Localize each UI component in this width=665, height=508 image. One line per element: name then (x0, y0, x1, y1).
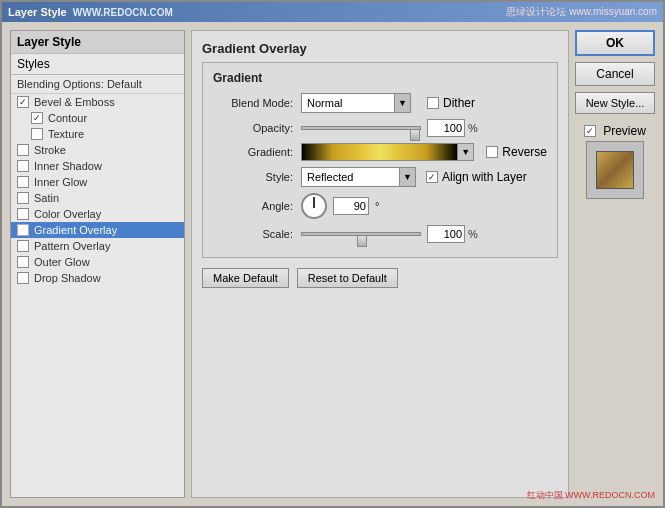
scale-unit: % (468, 228, 478, 240)
checkbox-bevel-emboss[interactable] (17, 96, 29, 108)
sidebar-item-contour[interactable]: Contour (11, 110, 184, 126)
angle-row: Angle: ° (213, 193, 547, 219)
opacity-slider-thumb[interactable] (410, 129, 420, 141)
sidebar-item-stroke[interactable]: Stroke (11, 142, 184, 158)
style-label: Style: (213, 171, 293, 183)
checkbox-texture[interactable] (31, 128, 43, 140)
scale-row: Scale: % (213, 225, 547, 243)
left-panel: Layer Style Styles Blending Options: Def… (10, 30, 185, 498)
opacity-slider-track (301, 126, 421, 130)
dither-checkbox[interactable] (427, 97, 439, 109)
opacity-row: Opacity: % (213, 119, 547, 137)
checkbox-inner-glow[interactable] (17, 176, 29, 188)
watermark-left: WWW.REDOCN.COM (73, 7, 173, 18)
gradient-swatch[interactable] (301, 143, 458, 161)
align-with-layer-label: Align with Layer (442, 170, 527, 184)
sidebar-item-pattern-overlay[interactable]: Pattern Overlay (11, 238, 184, 254)
ok-button[interactable]: OK (575, 30, 655, 56)
cancel-button[interactable]: Cancel (575, 62, 655, 86)
preview-section: Preview (575, 124, 655, 199)
section-title: Gradient Overlay (202, 41, 558, 56)
gradient-row: Gradient: ▼ Reverse (213, 143, 547, 161)
opacity-label: Opacity: (213, 122, 293, 134)
align-with-layer-checkbox[interactable] (426, 171, 438, 183)
sidebar-item-color-overlay[interactable]: Color Overlay (11, 206, 184, 222)
preview-thumbnail (586, 141, 644, 199)
checkbox-pattern-overlay[interactable] (17, 240, 29, 252)
gradient-label: Gradient: (213, 146, 293, 158)
blend-mode-dropdown[interactable]: Normal ▼ (301, 93, 411, 113)
opacity-unit: % (468, 122, 478, 134)
reverse-container: Reverse (486, 145, 547, 159)
sidebar-item-inner-shadow[interactable]: Inner Shadow (11, 158, 184, 174)
blend-mode-row: Blend Mode: Normal ▼ Dither (213, 93, 547, 113)
new-style-button[interactable]: New Style... (575, 92, 655, 114)
blending-options-item[interactable]: Blending Options: Default (11, 75, 184, 94)
angle-input[interactable] (333, 197, 369, 215)
preview-check-row: Preview (584, 124, 646, 138)
scale-input[interactable] (427, 225, 465, 243)
sidebar-item-drop-shadow[interactable]: Drop Shadow (11, 270, 184, 286)
checkbox-inner-shadow[interactable] (17, 160, 29, 172)
styles-label[interactable]: Styles (11, 54, 184, 75)
checkbox-outer-glow[interactable] (17, 256, 29, 268)
angle-indicator (313, 197, 315, 206)
align-with-layer-container: Align with Layer (426, 170, 527, 184)
checkbox-color-overlay[interactable] (17, 208, 29, 220)
reverse-label: Reverse (502, 145, 547, 159)
title-bar: Layer Style WWW.REDOCN.COM 思绿设计论坛 www.mi… (2, 2, 663, 22)
angle-label: Angle: (213, 200, 293, 212)
sidebar-item-gradient-overlay[interactable]: Gradient Overlay (11, 222, 184, 238)
dither-container: Dither (427, 96, 475, 110)
opacity-input[interactable] (427, 119, 465, 137)
reset-to-default-button[interactable]: Reset to Default (297, 268, 398, 288)
degree-symbol: ° (375, 200, 379, 212)
sidebar-item-satin[interactable]: Satin (11, 190, 184, 206)
buttons-row: Make Default Reset to Default (202, 268, 558, 288)
angle-container: ° (301, 193, 379, 219)
window-body: Layer Style Styles Blending Options: Def… (2, 22, 663, 506)
right-panel: OK Cancel New Style... Preview (575, 30, 655, 498)
reverse-checkbox[interactable] (486, 146, 498, 158)
blend-mode-arrow-icon: ▼ (394, 94, 410, 112)
sidebar-item-outer-glow[interactable]: Outer Glow (11, 254, 184, 270)
scale-slider[interactable] (301, 226, 421, 242)
gradient-dropdown-btn[interactable]: ▼ (458, 143, 474, 161)
sidebar-item-texture[interactable]: Texture (11, 126, 184, 142)
preview-label: Preview (603, 124, 646, 138)
checkbox-satin[interactable] (17, 192, 29, 204)
watermark-bottom: 红动中国 WWW.REDOCN.COM (527, 489, 656, 502)
left-panel-header: Layer Style (11, 31, 184, 54)
make-default-button[interactable]: Make Default (202, 268, 289, 288)
scale-slider-track (301, 232, 421, 236)
checkbox-gradient-overlay[interactable] (17, 224, 29, 236)
checkbox-stroke[interactable] (17, 144, 29, 156)
style-dropdown[interactable]: Reflected ▼ (301, 167, 416, 187)
opacity-slider[interactable] (301, 120, 421, 136)
checkbox-contour[interactable] (31, 112, 43, 124)
title-text: Layer Style (8, 6, 67, 18)
scale-slider-thumb[interactable] (357, 235, 367, 247)
checkbox-drop-shadow[interactable] (17, 272, 29, 284)
sidebar-item-bevel-emboss[interactable]: Bevel & Emboss (11, 94, 184, 110)
layer-style-window: Layer Style WWW.REDOCN.COM 思绿设计论坛 www.mi… (0, 0, 665, 508)
preview-checkbox[interactable] (584, 125, 596, 137)
title-bar-left: Layer Style WWW.REDOCN.COM (8, 6, 173, 18)
gradient-box: Gradient Blend Mode: Normal ▼ Dither Opa (202, 62, 558, 258)
scale-label: Scale: (213, 228, 293, 240)
style-arrow-icon: ▼ (399, 168, 415, 186)
angle-dial[interactable] (301, 193, 327, 219)
main-panel: Gradient Overlay Gradient Blend Mode: No… (191, 30, 569, 498)
title-bar-right: 思绿设计论坛 www.missyuan.com (506, 5, 657, 19)
gradient-subtitle: Gradient (213, 71, 547, 85)
dither-label: Dither (443, 96, 475, 110)
style-row: Style: Reflected ▼ Align with Layer (213, 167, 547, 187)
preview-square (596, 151, 634, 189)
sidebar-item-inner-glow[interactable]: Inner Glow (11, 174, 184, 190)
blend-mode-label: Blend Mode: (213, 97, 293, 109)
